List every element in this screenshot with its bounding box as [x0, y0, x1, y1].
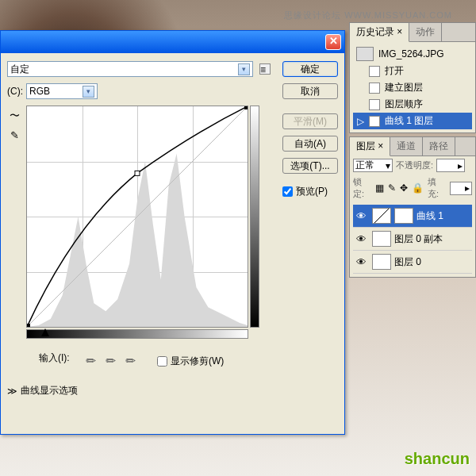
opacity-combo[interactable]: ▸: [436, 159, 465, 172]
clipping-check[interactable]: [157, 356, 167, 367]
history-item[interactable]: 建立图层: [353, 79, 472, 96]
smooth-button: 平滑(M): [282, 113, 338, 129]
preview-checkbox[interactable]: 预览(P): [282, 185, 338, 198]
output-gradient: [250, 106, 259, 328]
opacity-label: 不透明度:: [396, 159, 433, 171]
channel-label: (C):: [7, 86, 23, 97]
mask-thumb: [394, 208, 413, 224]
curve-graph[interactable]: [26, 106, 248, 328]
eyedropper-gray-icon[interactable]: ✎: [103, 352, 121, 370]
lock-transparent-icon[interactable]: ▦: [375, 182, 384, 194]
lock-brush-icon[interactable]: ✎: [388, 182, 396, 194]
point-tool[interactable]: 〜: [7, 109, 21, 123]
preset-combo[interactable]: 自定 ▾: [7, 61, 253, 77]
visibility-icon[interactable]: 👁: [356, 210, 369, 222]
panels: 历史记录 × 动作 IMG_5264.JPG 打开 建立图层 图层顺序: [349, 22, 476, 281]
step-icon: [369, 83, 380, 94]
display-options-toggle[interactable]: ≫: [7, 386, 17, 397]
visibility-icon[interactable]: 👁: [356, 256, 369, 268]
lock-move-icon[interactable]: ✥: [400, 182, 408, 194]
svg-line-1: [27, 106, 248, 327]
layer-thumb: [372, 254, 391, 270]
lock-label: 锁定:: [353, 176, 371, 200]
show-clipping-checkbox[interactable]: 显示修剪(W): [157, 355, 224, 368]
fill-combo[interactable]: ▸: [450, 182, 472, 195]
channel-combo[interactable]: RGB ▾: [26, 83, 98, 99]
display-options-label: 曲线显示选项: [21, 384, 78, 397]
watermark-site: 思缘设计论坛 WWW.MISSYUAN.COM: [284, 10, 452, 21]
svg-rect-3: [27, 324, 30, 327]
preset-menu-icon[interactable]: ≡: [259, 63, 271, 75]
layer-thumb: [372, 231, 391, 247]
history-item[interactable]: 打开: [353, 63, 472, 79]
cancel-button[interactable]: 取消: [282, 83, 338, 99]
history-item[interactable]: ▷ 曲线 1 图层: [353, 113, 472, 129]
snapshot-thumb: [356, 47, 374, 61]
ok-button[interactable]: 确定: [282, 61, 338, 77]
preview-check[interactable]: [282, 186, 293, 197]
history-item[interactable]: 图层顺序: [353, 96, 472, 113]
tab-channels[interactable]: 通道: [390, 137, 423, 155]
visibility-icon[interactable]: 👁: [356, 233, 369, 245]
step-icon: [369, 99, 380, 110]
watermark-brand: shancun: [405, 450, 470, 468]
titlebar: ✕: [1, 31, 344, 53]
preset-value: 自定: [10, 63, 29, 76]
curve-line: [27, 106, 248, 327]
layer-item[interactable]: 👁 曲线 1: [353, 205, 472, 228]
fill-label: 填充:: [428, 176, 446, 200]
layer-item[interactable]: 👁 图层 0: [353, 251, 472, 274]
svg-rect-4: [244, 106, 248, 109]
step-icon: [369, 116, 380, 127]
lock-all-icon[interactable]: 🔒: [412, 182, 424, 194]
pencil-tool[interactable]: ✎: [7, 128, 21, 142]
eyedropper-white-icon[interactable]: ✎: [123, 352, 140, 370]
layer-item[interactable]: 👁 图层 0 副本: [353, 228, 472, 251]
close-button[interactable]: ✕: [325, 34, 341, 50]
layer-thumb: [372, 208, 391, 224]
chevron-down-icon: ▾: [386, 160, 390, 171]
tab-paths[interactable]: 路径: [423, 137, 455, 155]
layers-panel: 图层 × 通道 路径 正常▾ 不透明度: ▸ 锁定: ▦ ✎ ✥ 🔒 填充: ▸…: [349, 136, 476, 278]
chevron-down-icon: ▾: [238, 63, 250, 75]
history-snapshot[interactable]: IMG_5264.JPG: [353, 45, 472, 63]
history-panel: 历史记录 × 动作 IMG_5264.JPG 打开 建立图层 图层顺序: [349, 22, 476, 133]
tab-layers[interactable]: 图层 ×: [350, 137, 390, 156]
input-gradient: [26, 329, 248, 339]
curves-dialog: ✕ 自定 ▾ ≡ (C): RGB ▾ 〜: [0, 30, 345, 435]
tab-actions[interactable]: 动作: [409, 23, 442, 41]
chevron-down-icon: ▾: [83, 86, 94, 98]
channel-value: RGB: [29, 86, 50, 97]
auto-button[interactable]: 自动(A): [282, 136, 338, 152]
svg-rect-2: [135, 171, 140, 175]
tab-history[interactable]: 历史记录 ×: [350, 23, 409, 42]
options-button[interactable]: 选项(T)...: [282, 158, 338, 174]
step-icon: [369, 66, 380, 77]
blend-mode-combo[interactable]: 正常▾: [353, 159, 393, 172]
